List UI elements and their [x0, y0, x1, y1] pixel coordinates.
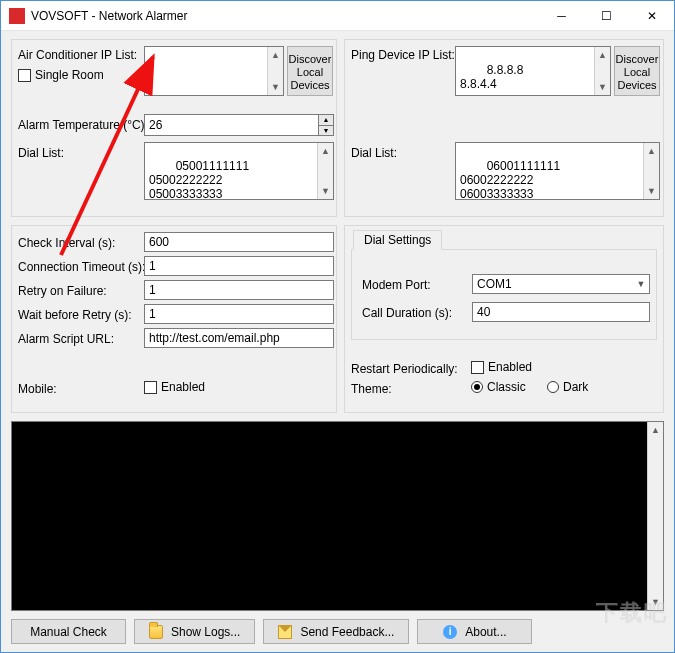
- dial-settings-page: Modem Port: COM1 ▼ Call Duration (s):: [351, 249, 657, 340]
- app-logo-icon: [9, 8, 25, 24]
- dial-list-right-text: 06001111111 06002222222 06003333333: [460, 159, 560, 200]
- spin-down-icon[interactable]: ▼: [319, 126, 333, 136]
- ping-ip-input[interactable]: 8.8.8.8 8.8.4.4 ▲ ▼: [455, 46, 611, 96]
- theme-classic-label: Classic: [487, 380, 526, 394]
- retry-label: Retry on Failure:: [18, 284, 107, 298]
- ping-ip-text: 8.8.8.8 8.8.4.4: [460, 63, 523, 91]
- restart-enabled-label: Enabled: [488, 360, 532, 374]
- scrollbar[interactable]: ▲ ▼: [594, 47, 610, 95]
- single-room-label: Single Room: [35, 68, 104, 82]
- button-bar: Manual Check Show Logs... Send Feedback.…: [11, 619, 664, 644]
- dial-theme-panel: Dial Settings Modem Port: COM1 ▼ Call Du…: [344, 225, 664, 413]
- show-logs-button[interactable]: Show Logs...: [134, 619, 255, 644]
- scroll-down-icon[interactable]: ▼: [595, 79, 610, 95]
- scroll-up-icon[interactable]: ▲: [595, 47, 610, 63]
- conn-timeout-label: Connection Timeout (s):: [18, 260, 145, 274]
- info-icon: i: [443, 625, 457, 639]
- scroll-down-icon[interactable]: ▼: [648, 594, 663, 610]
- dial-list-left[interactable]: 05001111111 05002222222 05003333333 ▲ ▼: [144, 142, 334, 200]
- dial-list-label-right: Dial List:: [351, 146, 397, 160]
- theme-label: Theme:: [351, 382, 392, 396]
- spin-up-icon[interactable]: ▲: [319, 115, 333, 126]
- dial-list-right[interactable]: 06001111111 06002222222 06003333333 ▲ ▼: [455, 142, 660, 200]
- wait-input[interactable]: [144, 304, 334, 324]
- script-url-label: Alarm Script URL:: [18, 332, 114, 346]
- radio-dot-icon: [471, 381, 483, 393]
- scroll-up-icon[interactable]: ▲: [644, 143, 659, 159]
- dial-list-label-left: Dial List:: [18, 146, 64, 160]
- close-button[interactable]: ✕: [629, 1, 674, 30]
- chevron-down-icon: ▼: [633, 279, 649, 289]
- discover-devices-button-left[interactable]: Discover Local Devices: [287, 46, 333, 96]
- alarm-temp-spinner[interactable]: ▲▼: [144, 114, 334, 136]
- alarm-temp-label: Alarm Temperature (°C):: [18, 118, 148, 132]
- restart-enabled-checkbox[interactable]: Enabled: [471, 360, 532, 374]
- check-interval-input[interactable]: [144, 232, 334, 252]
- send-feedback-button[interactable]: Send Feedback...: [263, 619, 409, 644]
- alarm-temp-input[interactable]: [144, 114, 318, 136]
- modem-port-select[interactable]: COM1 ▼: [472, 274, 650, 294]
- about-button[interactable]: iAbout...: [417, 619, 532, 644]
- titlebar: VOVSOFT - Network Alarmer ─ ☐ ✕: [1, 1, 674, 31]
- modem-port-label: Modem Port:: [362, 278, 431, 292]
- scroll-up-icon[interactable]: ▲: [318, 143, 333, 159]
- window-title: VOVSOFT - Network Alarmer: [31, 9, 539, 23]
- folder-icon: [149, 625, 163, 639]
- ping-panel: Ping Device IP List: 8.8.8.8 8.8.4.4 ▲ ▼…: [344, 39, 664, 217]
- call-duration-input[interactable]: [472, 302, 650, 322]
- ac-ip-label: Air Conditioner IP List:: [18, 48, 137, 62]
- checkbox-box-icon: [471, 361, 484, 374]
- mobile-enabled-checkbox[interactable]: Enabled: [144, 380, 205, 394]
- mobile-label: Mobile:: [18, 382, 57, 396]
- mobile-enabled-label: Enabled: [161, 380, 205, 394]
- scrollbar[interactable]: ▲ ▼: [267, 47, 283, 95]
- settings-panel: Check Interval (s): Connection Timeout (…: [11, 225, 337, 413]
- ping-ip-label: Ping Device IP List:: [351, 48, 455, 62]
- minimize-button[interactable]: ─: [539, 1, 584, 30]
- app-window: VOVSOFT - Network Alarmer ─ ☐ ✕ Air Cond…: [0, 0, 675, 653]
- wait-label: Wait before Retry (s):: [18, 308, 132, 322]
- ac-ip-input[interactable]: ▲ ▼: [144, 46, 284, 96]
- checkbox-box-icon: [144, 381, 157, 394]
- tab-dial-settings[interactable]: Dial Settings: [353, 230, 442, 250]
- ac-panel: Air Conditioner IP List: Single Room ▲ ▼…: [11, 39, 337, 217]
- single-room-checkbox[interactable]: Single Room: [18, 68, 104, 82]
- theme-dark-label: Dark: [563, 380, 588, 394]
- maximize-button[interactable]: ☐: [584, 1, 629, 30]
- script-url-input[interactable]: [144, 328, 334, 348]
- discover-devices-button-right[interactable]: Discover Local Devices: [614, 46, 660, 96]
- manual-check-button[interactable]: Manual Check: [11, 619, 126, 644]
- checkbox-box-icon: [18, 69, 31, 82]
- scroll-down-icon[interactable]: ▼: [318, 183, 333, 199]
- client-area: Air Conditioner IP List: Single Room ▲ ▼…: [1, 31, 674, 652]
- theme-classic-radio[interactable]: Classic: [471, 380, 526, 394]
- conn-timeout-input[interactable]: [144, 256, 334, 276]
- dial-list-left-text: 05001111111 05002222222 05003333333: [149, 159, 249, 200]
- retry-input[interactable]: [144, 280, 334, 300]
- scroll-up-icon[interactable]: ▲: [268, 47, 283, 63]
- scrollbar[interactable]: ▲ ▼: [643, 143, 659, 199]
- mail-icon: [278, 625, 292, 639]
- theme-dark-radio[interactable]: Dark: [547, 380, 588, 394]
- check-interval-label: Check Interval (s):: [18, 236, 115, 250]
- restart-label: Restart Periodically:: [351, 362, 458, 376]
- call-duration-label: Call Duration (s):: [362, 306, 452, 320]
- scroll-down-icon[interactable]: ▼: [644, 183, 659, 199]
- radio-dot-icon: [547, 381, 559, 393]
- log-output[interactable]: ▲ ▼: [11, 421, 664, 611]
- dial-settings-tabset: Dial Settings Modem Port: COM1 ▼ Call Du…: [351, 230, 657, 340]
- scrollbar[interactable]: ▲ ▼: [317, 143, 333, 199]
- modem-port-value: COM1: [473, 275, 633, 293]
- scroll-up-icon[interactable]: ▲: [648, 422, 663, 438]
- scrollbar[interactable]: ▲ ▼: [647, 422, 663, 610]
- spinner-buttons[interactable]: ▲▼: [318, 114, 334, 136]
- theme-radio-group: Classic Dark: [471, 380, 606, 396]
- scroll-down-icon[interactable]: ▼: [268, 79, 283, 95]
